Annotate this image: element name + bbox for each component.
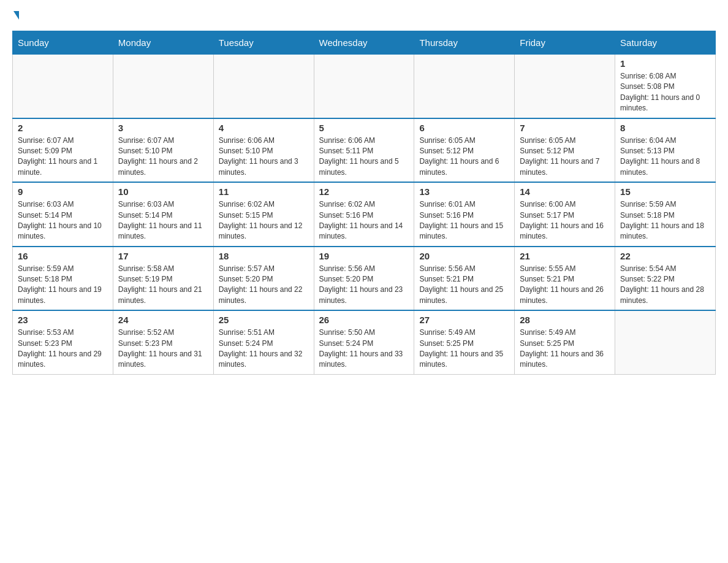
day-info: Sunrise: 6:01 AM Sunset: 5:16 PM Dayligh… xyxy=(419,199,509,242)
calendar-cell: 2Sunrise: 6:07 AM Sunset: 5:09 PM Daylig… xyxy=(13,118,113,183)
day-number: 25 xyxy=(219,315,309,325)
day-info: Sunrise: 6:00 AM Sunset: 5:17 PM Dayligh… xyxy=(520,199,610,242)
calendar-cell: 5Sunrise: 6:06 AM Sunset: 5:11 PM Daylig… xyxy=(314,118,414,183)
day-number: 8 xyxy=(620,123,710,133)
day-info: Sunrise: 6:08 AM Sunset: 5:08 PM Dayligh… xyxy=(620,71,710,114)
day-info: Sunrise: 5:57 AM Sunset: 5:20 PM Dayligh… xyxy=(219,264,309,307)
calendar-cell: 25Sunrise: 5:51 AM Sunset: 5:24 PM Dayli… xyxy=(213,310,314,374)
day-info: Sunrise: 5:52 AM Sunset: 5:23 PM Dayligh… xyxy=(118,327,208,370)
logo-triangle-icon xyxy=(13,11,19,20)
calendar-cell: 12Sunrise: 6:02 AM Sunset: 5:16 PM Dayli… xyxy=(314,182,414,247)
calendar-cell: 23Sunrise: 5:53 AM Sunset: 5:23 PM Dayli… xyxy=(13,310,113,374)
day-number: 21 xyxy=(520,251,610,261)
calendar-cell xyxy=(13,55,113,118)
page-header xyxy=(12,12,716,21)
weekday-header-thursday: Thursday xyxy=(414,31,515,55)
day-number: 14 xyxy=(520,186,610,197)
day-number: 2 xyxy=(18,123,108,133)
day-number: 9 xyxy=(18,186,108,197)
calendar-cell xyxy=(414,55,515,118)
calendar-cell: 18Sunrise: 5:57 AM Sunset: 5:20 PM Dayli… xyxy=(213,247,314,311)
weekday-header-wednesday: Wednesday xyxy=(314,31,414,55)
calendar-week-row: 23Sunrise: 5:53 AM Sunset: 5:23 PM Dayli… xyxy=(13,310,716,374)
day-info: Sunrise: 5:51 AM Sunset: 5:24 PM Dayligh… xyxy=(219,327,309,370)
weekday-header-row: SundayMondayTuesdayWednesdayThursdayFrid… xyxy=(13,31,716,55)
day-number: 10 xyxy=(118,186,208,197)
weekday-header-sunday: Sunday xyxy=(13,31,113,55)
day-info: Sunrise: 6:06 AM Sunset: 5:10 PM Dayligh… xyxy=(219,136,309,178)
weekday-header-tuesday: Tuesday xyxy=(213,31,314,55)
day-number: 11 xyxy=(219,186,309,197)
day-number: 23 xyxy=(18,315,108,325)
day-number: 24 xyxy=(118,315,208,325)
calendar-cell: 28Sunrise: 5:49 AM Sunset: 5:25 PM Dayli… xyxy=(515,310,615,374)
weekday-header-monday: Monday xyxy=(113,31,213,55)
calendar-cell xyxy=(213,55,314,118)
day-info: Sunrise: 6:07 AM Sunset: 5:10 PM Dayligh… xyxy=(118,136,208,178)
calendar-cell: 10Sunrise: 6:03 AM Sunset: 5:14 PM Dayli… xyxy=(113,182,213,247)
calendar-cell: 15Sunrise: 5:59 AM Sunset: 5:18 PM Dayli… xyxy=(615,182,716,247)
day-info: Sunrise: 6:06 AM Sunset: 5:11 PM Dayligh… xyxy=(319,136,409,178)
day-info: Sunrise: 6:03 AM Sunset: 5:14 PM Dayligh… xyxy=(18,199,108,242)
day-info: Sunrise: 5:59 AM Sunset: 5:18 PM Dayligh… xyxy=(18,264,108,307)
weekday-header-friday: Friday xyxy=(515,31,615,55)
calendar-cell: 4Sunrise: 6:06 AM Sunset: 5:10 PM Daylig… xyxy=(213,118,314,183)
day-info: Sunrise: 6:02 AM Sunset: 5:15 PM Dayligh… xyxy=(219,199,309,242)
day-info: Sunrise: 5:53 AM Sunset: 5:23 PM Dayligh… xyxy=(18,327,108,370)
day-number: 5 xyxy=(319,123,409,133)
calendar-cell: 16Sunrise: 5:59 AM Sunset: 5:18 PM Dayli… xyxy=(13,247,113,311)
day-info: Sunrise: 6:05 AM Sunset: 5:12 PM Dayligh… xyxy=(520,136,610,178)
logo xyxy=(12,12,19,21)
day-number: 12 xyxy=(319,186,409,197)
calendar-cell xyxy=(615,310,716,374)
calendar-cell: 22Sunrise: 5:54 AM Sunset: 5:22 PM Dayli… xyxy=(615,247,716,311)
calendar-cell: 24Sunrise: 5:52 AM Sunset: 5:23 PM Dayli… xyxy=(113,310,213,374)
day-number: 17 xyxy=(118,251,208,261)
calendar-cell: 21Sunrise: 5:55 AM Sunset: 5:21 PM Dayli… xyxy=(515,247,615,311)
calendar-cell xyxy=(515,55,615,118)
day-number: 27 xyxy=(419,315,509,325)
calendar-table: SundayMondayTuesdayWednesdayThursdayFrid… xyxy=(12,31,716,375)
calendar-cell: 6Sunrise: 6:05 AM Sunset: 5:12 PM Daylig… xyxy=(414,118,515,183)
day-info: Sunrise: 5:54 AM Sunset: 5:22 PM Dayligh… xyxy=(620,264,710,307)
day-info: Sunrise: 6:04 AM Sunset: 5:13 PM Dayligh… xyxy=(620,136,710,178)
calendar-cell: 20Sunrise: 5:56 AM Sunset: 5:21 PM Dayli… xyxy=(414,247,515,311)
weekday-header-saturday: Saturday xyxy=(615,31,716,55)
day-number: 6 xyxy=(419,123,509,133)
day-number: 16 xyxy=(18,251,108,261)
day-number: 3 xyxy=(118,123,208,133)
calendar-cell: 8Sunrise: 6:04 AM Sunset: 5:13 PM Daylig… xyxy=(615,118,716,183)
day-number: 28 xyxy=(520,315,610,325)
calendar-week-row: 16Sunrise: 5:59 AM Sunset: 5:18 PM Dayli… xyxy=(13,247,716,311)
day-info: Sunrise: 6:05 AM Sunset: 5:12 PM Dayligh… xyxy=(419,136,509,178)
day-info: Sunrise: 6:02 AM Sunset: 5:16 PM Dayligh… xyxy=(319,199,409,242)
day-number: 13 xyxy=(419,186,509,197)
calendar-cell: 27Sunrise: 5:49 AM Sunset: 5:25 PM Dayli… xyxy=(414,310,515,374)
day-info: Sunrise: 5:58 AM Sunset: 5:19 PM Dayligh… xyxy=(118,264,208,307)
day-number: 22 xyxy=(620,251,710,261)
day-number: 18 xyxy=(219,251,309,261)
day-info: Sunrise: 5:49 AM Sunset: 5:25 PM Dayligh… xyxy=(419,327,509,370)
day-number: 20 xyxy=(419,251,509,261)
day-info: Sunrise: 5:56 AM Sunset: 5:21 PM Dayligh… xyxy=(419,264,509,307)
calendar-cell: 17Sunrise: 5:58 AM Sunset: 5:19 PM Dayli… xyxy=(113,247,213,311)
calendar-cell: 9Sunrise: 6:03 AM Sunset: 5:14 PM Daylig… xyxy=(13,182,113,247)
day-number: 4 xyxy=(219,123,309,133)
calendar-week-row: 2Sunrise: 6:07 AM Sunset: 5:09 PM Daylig… xyxy=(13,118,716,183)
calendar-cell: 19Sunrise: 5:56 AM Sunset: 5:20 PM Dayli… xyxy=(314,247,414,311)
calendar-cell: 7Sunrise: 6:05 AM Sunset: 5:12 PM Daylig… xyxy=(515,118,615,183)
day-info: Sunrise: 5:59 AM Sunset: 5:18 PM Dayligh… xyxy=(620,199,710,242)
day-info: Sunrise: 6:07 AM Sunset: 5:09 PM Dayligh… xyxy=(18,136,108,178)
day-info: Sunrise: 5:49 AM Sunset: 5:25 PM Dayligh… xyxy=(520,327,610,370)
day-info: Sunrise: 5:56 AM Sunset: 5:20 PM Dayligh… xyxy=(319,264,409,307)
day-number: 15 xyxy=(620,186,710,197)
calendar-cell: 3Sunrise: 6:07 AM Sunset: 5:10 PM Daylig… xyxy=(113,118,213,183)
calendar-cell: 14Sunrise: 6:00 AM Sunset: 5:17 PM Dayli… xyxy=(515,182,615,247)
calendar-cell: 1Sunrise: 6:08 AM Sunset: 5:08 PM Daylig… xyxy=(615,55,716,118)
calendar-cell: 13Sunrise: 6:01 AM Sunset: 5:16 PM Dayli… xyxy=(414,182,515,247)
calendar-cell xyxy=(314,55,414,118)
day-info: Sunrise: 6:03 AM Sunset: 5:14 PM Dayligh… xyxy=(118,199,208,242)
day-number: 1 xyxy=(620,58,710,69)
day-info: Sunrise: 5:50 AM Sunset: 5:24 PM Dayligh… xyxy=(319,327,409,370)
day-number: 19 xyxy=(319,251,409,261)
